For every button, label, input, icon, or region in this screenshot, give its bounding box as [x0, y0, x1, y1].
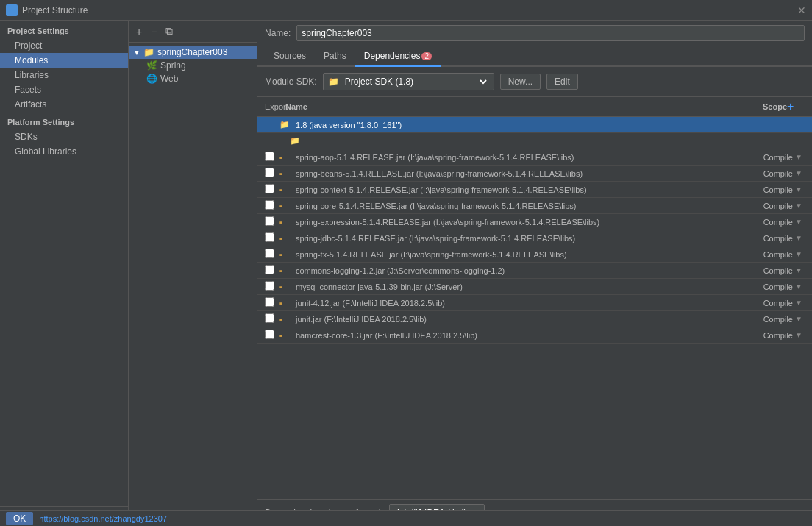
- table-row[interactable]: ▪spring-core-5.1.4.RELEASE.jar (I:\java\…: [257, 198, 812, 214]
- dep-name: hamcrest-core-1.3.jar (F:\IntelliJ IDEA …: [296, 331, 734, 340]
- tree-item-spring[interactable]: 🌿 Spring: [129, 59, 257, 72]
- table-row[interactable]: ▪spring-beans-5.1.4.RELEASE.jar (I:\java…: [257, 166, 812, 182]
- dep-checkbox[interactable]: [265, 265, 279, 277]
- table-row[interactable]: ▪spring-jdbc-5.1.4.RELEASE.jar (I:\java\…: [257, 230, 812, 246]
- ok-button[interactable]: OK: [6, 512, 33, 525]
- sdk-dropdown[interactable]: 📁 Project SDK (1.8): [323, 73, 494, 90]
- dep-scope: Compile: [734, 315, 793, 324]
- title-bar-text: Project Structure: [22, 5, 797, 15]
- scope-arrow-icon[interactable]: ▼: [793, 266, 805, 274]
- close-button[interactable]: ✕: [797, 4, 806, 16]
- app-icon: [6, 4, 18, 16]
- scope-arrow-icon[interactable]: ▼: [793, 331, 805, 339]
- dep-checkbox[interactable]: [265, 152, 279, 163]
- jdk-icon: 📁: [279, 120, 293, 129]
- scope-arrow-icon[interactable]: ▼: [793, 315, 805, 323]
- jar-icon: ▪: [279, 234, 293, 243]
- dep-name: spring-core-5.1.4.RELEASE.jar (I:\java\s…: [296, 202, 734, 210]
- table-row[interactable]: ▪spring-aop-5.1.4.RELEASE.jar (I:\java\s…: [257, 149, 812, 166]
- table-row[interactable]: ▪spring-tx-5.1.4.RELEASE.jar (I:\java\sp…: [257, 246, 812, 263]
- status-url: https://blog.csdn.net/zhangdy12307: [39, 514, 167, 523]
- scope-arrow-icon[interactable]: ▼: [793, 299, 805, 307]
- dep-checkbox[interactable]: [265, 216, 279, 228]
- sdk-row: Module SDK: 📁 Project SDK (1.8) New... E…: [257, 67, 812, 97]
- sidebar-item-global-libraries[interactable]: Global Libraries: [0, 144, 128, 159]
- dep-checkbox[interactable]: [265, 330, 279, 341]
- tree-item-spring-label: Spring: [160, 60, 186, 71]
- sidebar-item-modules[interactable]: Modules: [0, 53, 128, 68]
- scope-arrow-icon[interactable]: ▼: [793, 185, 805, 193]
- table-row[interactable]: ▪junit.jar (F:\IntelliJ IDEA 2018.2.5\li…: [257, 311, 812, 327]
- dep-name: spring-beans-5.1.4.RELEASE.jar (I:\java\…: [296, 169, 734, 178]
- tab-dependencies-badge: 2: [421, 52, 432, 60]
- sidebar-item-artifacts[interactable]: Artifacts: [0, 97, 128, 112]
- tree-item-root[interactable]: ▼ 📁 springChapter003: [129, 46, 257, 59]
- name-input[interactable]: [296, 25, 805, 41]
- platform-settings-label: Platform Settings: [0, 112, 128, 129]
- add-module-button[interactable]: +: [133, 24, 145, 39]
- remove-module-button[interactable]: −: [148, 24, 160, 39]
- sidebar: Project Settings Project Modules Librari…: [0, 21, 129, 526]
- tab-sources[interactable]: Sources: [265, 46, 315, 67]
- table-row[interactable]: ▪junit-4.12.jar (F:\IntelliJ IDEA 2018.2…: [257, 295, 812, 311]
- add-dep-button[interactable]: +: [787, 100, 805, 113]
- table-row[interactable]: ▪mysql-connector-java-5.1.39-bin.jar (J:…: [257, 279, 812, 295]
- dep-checkbox[interactable]: [265, 281, 279, 293]
- sdk-folder-icon: 📁: [328, 77, 339, 87]
- scope-arrow-icon[interactable]: ▼: [793, 169, 805, 177]
- dep-checkbox[interactable]: [265, 249, 279, 260]
- new-sdk-button[interactable]: New...: [500, 74, 541, 90]
- dep-checkbox[interactable]: [265, 200, 279, 212]
- dep-scope: Compile: [734, 202, 793, 210]
- dep-scope: Compile: [734, 153, 793, 162]
- scope-arrow-icon[interactable]: ▼: [793, 218, 805, 226]
- scope-arrow-icon[interactable]: ▼: [793, 250, 805, 258]
- module-toolbar: + − ⧉: [129, 21, 257, 43]
- dep-name: junit.jar (F:\IntelliJ IDEA 2018.2.5\lib…: [296, 315, 734, 324]
- header-export: Export: [265, 102, 285, 111]
- dep-scope: Compile: [734, 266, 793, 275]
- edit-sdk-button[interactable]: Edit: [546, 74, 578, 90]
- dep-scope: Compile: [734, 185, 793, 194]
- dep-checkbox[interactable]: [265, 168, 279, 180]
- sidebar-item-libraries[interactable]: Libraries: [0, 68, 128, 82]
- sidebar-item-facets[interactable]: Facets: [0, 82, 128, 97]
- jar-icon: ▪: [279, 331, 293, 340]
- table-row[interactable]: ▪hamcrest-core-1.3.jar (F:\IntelliJ IDEA…: [257, 327, 812, 344]
- tab-dependencies[interactable]: Dependencies2: [355, 46, 441, 67]
- sdk-select-input[interactable]: Project SDK (1.8): [342, 76, 489, 88]
- scope-arrow-icon[interactable]: ▼: [793, 234, 805, 242]
- sidebar-item-sdks[interactable]: SDKs: [0, 129, 128, 144]
- header-scope: Scope: [713, 102, 787, 111]
- table-row[interactable]: ▪commons-logging-1.2.jar (J:\Server\comm…: [257, 263, 812, 279]
- dep-checkbox[interactable]: [265, 313, 279, 325]
- dep-checkbox[interactable]: [265, 297, 279, 309]
- dep-name: junit-4.12.jar (F:\IntelliJ IDEA 2018.2.…: [296, 299, 734, 308]
- tab-dependencies-label: Dependencies: [364, 51, 421, 61]
- table-row[interactable]: 📁1.8 (java version "1.8.0_161"): [257, 117, 812, 133]
- table-row[interactable]: ▪spring-context-5.1.4.RELEASE.jar (I:\ja…: [257, 182, 812, 198]
- sidebar-item-project[interactable]: Project: [0, 38, 128, 53]
- dep-checkbox[interactable]: [265, 184, 279, 196]
- copy-module-button[interactable]: ⧉: [163, 24, 176, 39]
- tab-paths[interactable]: Paths: [315, 46, 355, 67]
- table-row[interactable]: ▪spring-expression-5.1.4.RELEASE.jar (I:…: [257, 214, 812, 230]
- scope-arrow-icon[interactable]: ▼: [793, 282, 805, 291]
- jar-icon: ▪: [279, 299, 293, 308]
- deps-rows: 📁1.8 (java version "1.8.0_161")📁▪spring-…: [257, 117, 812, 344]
- jar-icon: ▪: [279, 169, 293, 178]
- dep-scope: Compile: [734, 234, 793, 243]
- dep-scope: Compile: [734, 299, 793, 308]
- arrow-icon: ▼: [133, 49, 140, 57]
- table-row[interactable]: 📁: [257, 133, 812, 149]
- tabs-row: Sources Paths Dependencies2: [257, 46, 812, 67]
- scope-arrow-icon[interactable]: ▼: [793, 153, 805, 161]
- tree-item-web[interactable]: 🌐 Web: [129, 72, 257, 85]
- module-tree: ▼ 📁 springChapter003 🌿 Spring 🌐 Web: [129, 43, 257, 526]
- name-row: Name:: [257, 21, 812, 46]
- scope-arrow-icon[interactable]: ▼: [793, 202, 805, 210]
- dep-scope: Compile: [734, 218, 793, 227]
- dep-name: 1.8 (java version "1.8.0_161"): [296, 121, 734, 129]
- dep-name: commons-logging-1.2.jar (J:\Server\commo…: [296, 266, 734, 275]
- dep-checkbox[interactable]: [265, 232, 279, 244]
